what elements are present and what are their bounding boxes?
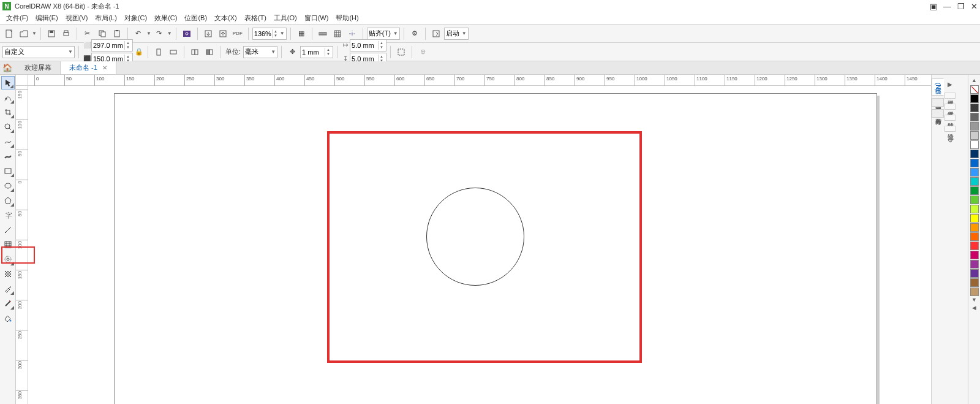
swatch-none[interactable] — [970, 85, 979, 94]
import-button[interactable] — [202, 27, 215, 40]
color-swatch[interactable] — [970, 168, 979, 177]
snap-to-dropdown[interactable]: 贴齐(T) ▼ — [367, 28, 400, 40]
show-grid-button[interactable] — [331, 27, 344, 40]
undo-dropdown-icon[interactable]: ▼ — [146, 31, 151, 36]
color-swatch[interactable] — [970, 104, 979, 112]
connector-tool[interactable] — [1, 253, 15, 266]
paste-button[interactable] — [110, 27, 124, 40]
app-launcher-icon[interactable] — [429, 27, 443, 40]
dimension-tool[interactable] — [1, 238, 15, 251]
color-swatch[interactable] — [970, 223, 979, 232]
save-button[interactable] — [45, 27, 58, 40]
close-button[interactable]: ✕ — [971, 2, 978, 11]
color-swatch[interactable] — [970, 177, 979, 186]
menu-help[interactable]: 帮助(H) — [332, 13, 362, 23]
color-swatch[interactable] — [970, 150, 979, 158]
palette-up-button[interactable]: ▲ — [970, 77, 979, 85]
color-swatch[interactable] — [970, 242, 979, 250]
table-tool[interactable] — [1, 223, 15, 237]
unit-dropdown[interactable]: 毫米 ▼ — [243, 46, 277, 58]
options-button[interactable]: ⚙ — [408, 27, 421, 40]
rectangle-tool[interactable] — [1, 164, 15, 178]
minimize-button[interactable]: — — [943, 2, 951, 11]
full-screen-button[interactable]: ▦ — [295, 27, 308, 40]
current-page-button[interactable] — [203, 45, 216, 59]
color-swatch[interactable] — [970, 288, 979, 296]
menu-window[interactable]: 窗口(W) — [301, 13, 333, 23]
shape-tool[interactable] — [1, 91, 15, 104]
nudge-distance-input[interactable]: 1 mm▲▼ — [300, 46, 333, 58]
open-dropdown-icon[interactable]: ▼ — [32, 31, 37, 36]
ellipse-tool[interactable] — [1, 179, 15, 192]
open-button[interactable] — [17, 27, 31, 40]
freehand-tool[interactable] — [1, 135, 15, 148]
menu-table[interactable]: 表格(T) — [241, 13, 270, 23]
landscape-button[interactable] — [167, 45, 180, 59]
docker-mini-text-properties[interactable]: 文本属性 — [944, 104, 956, 110]
pick-tool[interactable] — [1, 76, 15, 90]
tab-document[interactable]: 未命名 -1 ✕ — [61, 61, 116, 74]
export-button[interactable] — [216, 27, 230, 40]
color-swatch[interactable] — [970, 278, 979, 287]
page-preset-dropdown[interactable]: 自定义 ▼ — [2, 46, 75, 58]
color-swatch[interactable] — [970, 260, 979, 269]
publish-pdf-button[interactable]: PDF — [231, 27, 244, 40]
text-tool[interactable]: 字 — [1, 208, 15, 222]
color-swatch[interactable] — [970, 251, 979, 259]
undo-button[interactable]: ↶ — [132, 27, 145, 40]
docker-tab-align[interactable]: 对齐与分布 — [932, 109, 944, 118]
fill-tool[interactable] — [1, 311, 15, 325]
ruler-origin[interactable] — [16, 75, 28, 86]
search-content-button[interactable] — [180, 27, 194, 40]
artistic-media-tool[interactable] — [1, 150, 15, 163]
portrait-button[interactable] — [152, 45, 165, 59]
color-swatch[interactable] — [970, 205, 979, 213]
show-rulers-button[interactable] — [316, 27, 330, 40]
palette-flyout-button[interactable]: ◀ — [970, 305, 979, 312]
docker-mini-guidelines[interactable]: 辅助线 — [944, 115, 956, 121]
cut-button[interactable]: ✂ — [81, 27, 94, 40]
redo-dropdown-icon[interactable]: ▼ — [167, 31, 172, 36]
color-swatch[interactable] — [970, 140, 979, 149]
quick-customize-button[interactable]: ⊕ — [416, 45, 429, 59]
menu-layout[interactable]: 布局(L) — [91, 13, 120, 23]
menu-tools[interactable]: 工具(O) — [270, 13, 301, 23]
docker-tab-hints[interactable]: 提示(N) — [932, 78, 944, 96]
color-swatch[interactable] — [970, 113, 979, 121]
color-swatch[interactable] — [970, 214, 979, 223]
tab-welcome[interactable]: 欢迎屏幕 — [16, 61, 61, 74]
color-swatch[interactable] — [970, 269, 979, 278]
duplicate-x-input[interactable]: 5.0 mm▲▼ — [350, 39, 386, 51]
print-button[interactable] — [59, 27, 73, 40]
menu-object[interactable]: 对象(C) — [121, 13, 151, 23]
menu-text[interactable]: 文本(X) — [211, 13, 241, 23]
page-width-input[interactable]: 297.0 mm▲▼ — [91, 39, 133, 51]
interactive-fill-tool[interactable] — [1, 267, 15, 281]
color-swatch[interactable] — [970, 186, 979, 195]
menu-file[interactable]: 文件(F) — [2, 13, 32, 23]
lock-ratio-icon[interactable]: 🔒 — [134, 47, 144, 57]
all-pages-button[interactable] — [188, 45, 202, 59]
home-icon[interactable]: 🏠 — [2, 63, 12, 72]
crop-tool[interactable] — [1, 105, 15, 119]
tab-close-icon[interactable]: ✕ — [102, 64, 107, 71]
color-swatch[interactable] — [970, 122, 979, 131]
menu-effects[interactable]: 效果(C) — [151, 13, 181, 23]
zoom-level-input[interactable]: 136% ▲▼ ▼ — [252, 28, 287, 40]
menu-view[interactable]: 视图(V) — [62, 13, 92, 23]
color-swatch[interactable] — [970, 94, 979, 103]
maximize-button[interactable]: ❐ — [957, 2, 965, 11]
outline-tool[interactable] — [1, 297, 15, 310]
docker-mini-font-playground[interactable]: 字体乐园 — [944, 93, 956, 99]
canvas-area[interactable]: 0501001502002503003504004505005506006507… — [16, 75, 931, 404]
color-swatch[interactable] — [970, 159, 979, 167]
zoom-tool[interactable] — [1, 120, 15, 134]
redo-button[interactable]: ↷ — [153, 27, 166, 40]
eyedropper-tool[interactable] — [1, 282, 15, 295]
menu-bitmap[interactable]: 位图(B) — [181, 13, 211, 23]
vertical-ruler[interactable]: 15010050050100150200250300350400 — [16, 86, 28, 404]
treat-as-filled-button[interactable] — [394, 45, 408, 59]
launch-dropdown[interactable]: 启动 ▼ — [444, 28, 469, 40]
polygon-tool[interactable] — [1, 194, 15, 207]
palette-down-button[interactable]: ▼ — [970, 297, 979, 304]
